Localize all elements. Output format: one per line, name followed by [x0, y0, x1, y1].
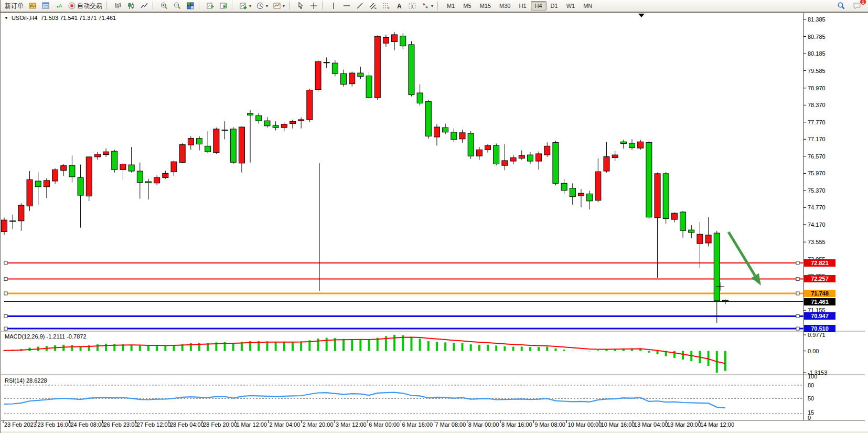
line-handle[interactable]	[4, 261, 7, 265]
rsi-label: RSI(14) 28.6228	[5, 377, 47, 384]
zoom-out-icon	[173, 2, 181, 10]
fibo-icon: F	[382, 2, 390, 10]
chart-menu-triangle-icon[interactable]: ▼	[4, 16, 8, 20]
line-handle[interactable]	[4, 277, 7, 280]
time-tick-label: 8 Mar 16:00	[501, 421, 532, 428]
price-label-badge: 72.257	[804, 275, 835, 282]
signals-icon[interactable]	[52, 1, 65, 11]
macd-axis-label: 0.00	[808, 348, 819, 354]
zoom-in-icon[interactable]	[158, 1, 170, 11]
candle	[10, 221, 16, 221]
candle	[434, 127, 440, 137]
trendline-icon[interactable]	[353, 1, 366, 11]
candle	[188, 139, 194, 145]
autotrading-button[interactable]: 自动交易	[66, 1, 104, 11]
time-tick-label: 1 Mar 12:00	[236, 421, 267, 428]
time-tick-label: 7 Mar 08:00	[435, 421, 466, 428]
auto-scroll-icon[interactable]	[204, 1, 217, 11]
timeframe-button-m1[interactable]: M1	[443, 1, 459, 10]
candle	[587, 194, 593, 201]
zoom-in-icon	[160, 2, 168, 10]
chart-shift-icon	[219, 2, 228, 10]
candle	[400, 36, 406, 46]
candle	[137, 171, 143, 183]
text-icon[interactable]: A	[393, 1, 405, 11]
price-label-badge: 71.748	[804, 290, 835, 297]
line-handle[interactable]	[796, 261, 799, 265]
timeframe-button-m15[interactable]: M15	[476, 1, 495, 10]
line-chart-icon[interactable]	[138, 1, 151, 11]
line-handle[interactable]	[796, 314, 799, 318]
timeframe-button-mn[interactable]: MN	[579, 1, 596, 10]
channel-icon[interactable]: E	[367, 1, 379, 11]
vline-icon[interactable]	[327, 1, 340, 11]
candlestick-chart-icon[interactable]	[125, 1, 137, 11]
cursor-icon[interactable]	[294, 1, 307, 11]
candle	[69, 165, 75, 177]
price-tick-label: 79.585	[808, 68, 826, 74]
price-tick-label: 77.170	[808, 136, 826, 142]
timeframe-button-h4[interactable]: H4	[531, 1, 546, 10]
candle	[680, 212, 686, 230]
crosshair-icon[interactable]	[307, 1, 320, 11]
candlestick-chart-icon	[127, 2, 135, 10]
indicators-icon[interactable]: ▾	[237, 1, 253, 11]
candle	[544, 146, 550, 155]
candle	[409, 45, 414, 94]
candle	[722, 300, 728, 301]
market-watch-icon[interactable]	[39, 1, 52, 11]
candle	[671, 213, 677, 219]
candle	[273, 125, 278, 128]
line-handle[interactable]	[4, 292, 7, 295]
periods-icon[interactable]: ▾	[254, 1, 270, 11]
line-handle[interactable]	[4, 314, 7, 318]
bars-chart-icon	[114, 2, 122, 10]
timeframe-button-w1[interactable]: W1	[562, 1, 580, 10]
candle	[638, 142, 644, 148]
candle	[239, 127, 244, 163]
fibo-icon[interactable]: F	[380, 1, 392, 11]
hline-icon[interactable]	[340, 1, 353, 11]
chart-window-icon[interactable]	[26, 1, 39, 11]
toolbar-grip	[322, 2, 325, 10]
mt4-application: 新订单自动交易▾▾▾EFAT▾M1M5M15M30H1H4D1W1MN 1 81…	[0, 0, 868, 433]
search-button[interactable]	[835, 1, 848, 11]
line-handle[interactable]	[4, 327, 7, 330]
time-axis[interactable]: 23 Feb 202323 Feb 16:0024 Feb 08:0026 Fe…	[3, 420, 734, 428]
candle	[332, 63, 338, 73]
bars-chart-icon[interactable]	[112, 1, 124, 11]
timeframe-button-m5[interactable]: M5	[459, 1, 475, 10]
timeframe-button-d1[interactable]: D1	[546, 1, 562, 10]
chart-shift-icon[interactable]	[217, 1, 230, 11]
label-icon[interactable]: T	[406, 1, 419, 11]
cursor-icon	[296, 2, 305, 10]
notifications-button[interactable]: 1	[851, 1, 863, 11]
templates-icon[interactable]: ▾	[271, 1, 287, 11]
line-handle[interactable]	[796, 327, 799, 330]
timeframe-button-m30[interactable]: M30	[495, 1, 515, 10]
candle	[78, 177, 83, 195]
time-tick-label: 3 Mar 12:00	[336, 421, 367, 428]
time-tick-label: 27 Feb 12:00	[137, 421, 171, 428]
channel-icon: E	[369, 2, 377, 10]
chart-symbol-period: USOil-,H4	[12, 15, 38, 21]
rsi-axis-label: 80	[808, 382, 814, 388]
line-handle[interactable]	[796, 277, 799, 280]
candle	[612, 155, 618, 157]
line-handle[interactable]	[796, 292, 799, 295]
new-order-button[interactable]: 新订单	[3, 1, 26, 11]
arrows-icon	[421, 2, 430, 10]
chart-canvas[interactable]: 81.38580.78580.18579.58578.97078.37077.7…	[1, 13, 868, 433]
candle	[27, 179, 33, 206]
arrows-icon[interactable]: ▾	[419, 1, 435, 11]
time-tick-label: 23 Feb 2023	[4, 421, 37, 428]
dropdown-caret-icon: ▾	[249, 4, 251, 8]
candle	[459, 133, 465, 139]
candle	[663, 174, 669, 219]
candle	[476, 150, 482, 156]
tile-windows-icon[interactable]	[184, 1, 197, 11]
price-tick-label: 77.770	[808, 119, 826, 125]
timeframe-button-h1[interactable]: H1	[515, 1, 530, 10]
candle	[519, 155, 524, 158]
zoom-out-icon[interactable]	[171, 1, 184, 11]
